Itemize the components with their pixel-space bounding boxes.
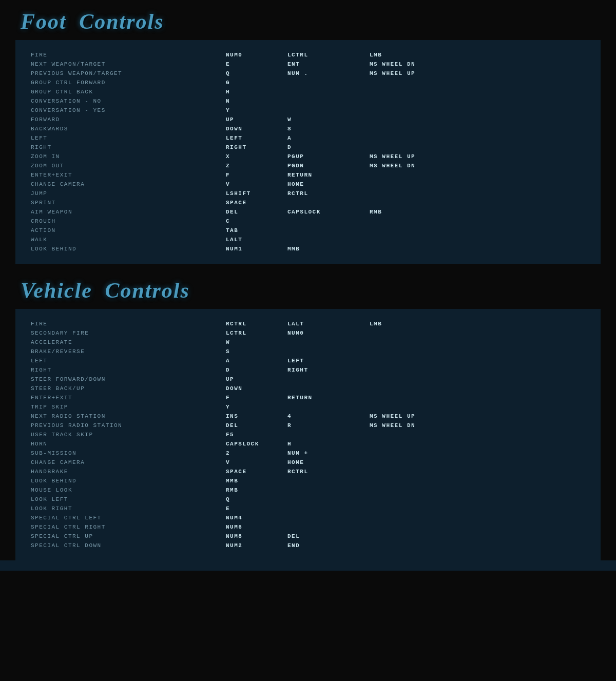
key2: R [287,422,370,429]
key1: NUM1 [226,246,287,252]
action-label: STEER BACK/UP [31,385,226,392]
key2: RETURN [287,172,370,178]
action-label: WALK [31,237,226,243]
action-label: AIM WEAPON [31,209,226,215]
table-row: FIRE NUM0 LCTRL LMB [31,50,585,60]
table-row: ACTION TAB [31,226,585,235]
key1: Z [226,163,287,169]
key2: S [287,126,370,132]
key2: NUM0 [287,330,370,336]
key1: D [226,367,287,373]
table-row: LEFT LEFT A [31,133,585,143]
vehicle-title-word1: Vehicle [21,278,92,303]
action-label: CHANGE CAMERA [31,459,226,465]
action-label: CROUCH [31,218,226,224]
action-label: SPECIAL CTRL DOWN [31,542,226,549]
action-label: SPRINT [31,200,226,206]
action-label: GROUP CTRL BACK [31,89,226,95]
table-row: SECONDARY FIRE LCTRL NUM0 [31,328,585,338]
key1: DOWN [226,126,287,132]
key1: DOWN [226,385,287,392]
table-row: JUMP LSHIFT RCTRL [31,189,585,198]
key2: W [287,116,370,123]
key1: TAB [226,227,287,234]
action-label: GROUP CTRL FORWARD [31,80,226,86]
table-row: NEXT WEAPON/TARGET E ENT MS WHEEL DN [31,60,585,69]
action-label: ACTION [31,227,226,234]
action-label: ZOOM OUT [31,163,226,169]
foot-controls-header: Foot Controls [0,0,616,40]
table-row: TRIP SKIP Y [31,402,585,412]
action-label: LOOK LEFT [31,496,226,502]
key1: CAPSLOCK [226,441,287,447]
action-label: LOOK RIGHT [31,505,226,512]
action-label: BRAKE/REVERSE [31,348,226,355]
key2: RCTRL [287,190,370,197]
table-row: ENTER+EXIT F RETURN [31,393,585,402]
table-row: LOOK BEHIND NUM1 MMB [31,244,585,254]
action-label: NEXT WEAPON/TARGET [31,61,226,67]
key2: PGUP [287,153,370,160]
key2: H [287,441,370,447]
key1: SPACE [226,469,287,475]
action-label: SPECIAL CTRL UP [31,533,226,539]
table-row: SPECIAL CTRL LEFT NUM4 [31,513,585,522]
table-row: SPRINT SPACE [31,198,585,207]
table-row: SUB-MISSION 2 NUM + [31,449,585,458]
action-label: PREVIOUS WEAPON/TARGET [31,70,226,76]
table-row: USER TRACK SKIP F5 [31,430,585,439]
key1: V [226,459,287,465]
foot-title-word2: Controls [79,9,164,34]
table-row: SPECIAL CTRL RIGHT NUM6 [31,522,585,532]
table-row: PREVIOUS WEAPON/TARGET Q NUM . MS WHEEL … [31,69,585,78]
foot-controls-section: Foot Controls FIRE NUM0 LCTRL LMB NEXT W… [0,0,616,264]
key1: NUM0 [226,52,287,58]
bottom-gap [0,560,616,571]
key1: LALT [226,237,287,243]
key3: MS WHEEL UP [370,413,452,419]
key1: Y [226,107,287,113]
action-label: STEER FORWARD/DOWN [31,376,226,382]
action-label: ACCELERATE [31,339,226,345]
table-row: GROUP CTRL FORWARD G [31,78,585,87]
key1: SPACE [226,200,287,206]
table-row: LOOK BEHIND MMB [31,476,585,485]
action-label: NEXT RADIO STATION [31,413,226,419]
key2: LALT [287,321,370,327]
section-gap [0,264,616,269]
action-label: ZOOM IN [31,153,226,160]
foot-title-word1: Foot [21,9,67,34]
table-row: HANDBRAKE SPACE RCTRL [31,467,585,476]
vehicle-title-word2: Controls [105,278,189,303]
key3: MS WHEEL UP [370,70,452,76]
action-label: SECONDARY FIRE [31,330,226,336]
action-label: RIGHT [31,144,226,150]
action-label: JUMP [31,190,226,197]
action-label: FORWARD [31,116,226,123]
key2: HOME [287,181,370,187]
table-row: ACCELERATE W [31,338,585,347]
action-label: PREVIOUS RADIO STATION [31,422,226,429]
vehicle-controls-table: FIRE RCTRL LALT LMB SECONDARY FIRE LCTRL… [15,309,601,560]
table-row: STEER BACK/UP DOWN [31,384,585,393]
table-row: AIM WEAPON DEL CAPSLOCK RMB [31,207,585,217]
key2: DEL [287,533,370,539]
key1: Y [226,404,287,410]
key2: A [287,135,370,141]
key3: MS WHEEL DN [370,422,452,429]
table-row: ZOOM OUT Z PGDN MS WHEEL DN [31,161,585,170]
table-row: STEER FORWARD/DOWN UP [31,375,585,384]
key1: F5 [226,432,287,438]
action-label: CHANGE CAMERA [31,181,226,187]
key2: LEFT [287,358,370,364]
table-row: CONVERSATION - NO N [31,96,585,106]
key2: NUM . [287,70,370,76]
key1: NUM2 [226,542,287,549]
key3: MS WHEEL DN [370,61,452,67]
table-row: LEFT A LEFT [31,356,585,365]
action-label: LEFT [31,135,226,141]
key1: Q [226,70,287,76]
table-row: RIGHT RIGHT D [31,143,585,152]
table-row: CROUCH C [31,217,585,226]
table-row: SPECIAL CTRL UP NUM8 DEL [31,532,585,541]
